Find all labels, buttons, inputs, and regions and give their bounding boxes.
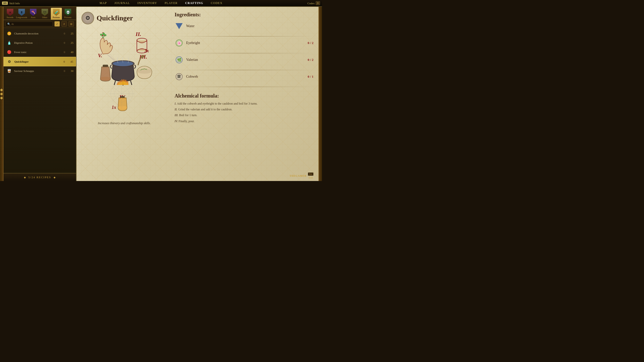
cobweb-symbol: 🕸	[176, 73, 183, 80]
top-bar-left: 185 Skill Info	[2, 2, 20, 5]
ingredients-panel: Ingredients: Water 🌸 Eyebright 0	[172, 7, 318, 181]
recipe-illustration: ⚙ Quickfinger	[76, 7, 172, 181]
nav-map[interactable]: MAP	[100, 1, 107, 5]
digestive-icon: 🧴	[6, 40, 12, 46]
axes-shield-shape: 🪓	[30, 9, 36, 16]
nav-inventory[interactable]: INVENTORY	[137, 1, 157, 5]
filter-checkmark-btn[interactable]: ✓	[54, 21, 60, 27]
svg-point-38	[137, 69, 152, 74]
right-decorative-strip	[318, 7, 322, 181]
crafting-svg: I. II. 3x V. III. IV. 1x	[84, 28, 165, 119]
chamomile-name: Chamomile decoction	[14, 32, 58, 35]
recipe-chamomile[interactable]: 🌼 Chamomile decoction 0 25	[4, 29, 76, 38]
recipe-title-icon: ⚙	[82, 12, 94, 24]
search-field[interactable]: 🔍 Az	[6, 22, 53, 26]
recipe-quickfinger[interactable]: ⚙ Quickfinger 0 45	[4, 57, 76, 66]
recipe-digestive[interactable]: 🧴 Digestive Potion 0 25	[4, 38, 76, 48]
tab-longswords[interactable]: 🗡 Longswords	[16, 8, 27, 20]
left-panel: ⚔ Swords 🗡 Longswords 🪓	[4, 7, 76, 181]
category-tabs: ⚔ Swords 🗡 Longswords 🪓	[4, 7, 76, 20]
separator-3	[175, 70, 313, 70]
main-layout: ⚔ Swords 🗡 Longswords 🪓	[0, 7, 322, 181]
formula-step-3-text: Boil for 1 turn.	[179, 113, 197, 117]
saviour-name: Saviour Schnapps	[14, 69, 58, 72]
bottom-diamond-left: ◆	[24, 176, 26, 179]
codex-shortcut-label: Codex	[307, 2, 315, 5]
svg-text:II.: II.	[135, 31, 141, 37]
ingredient-eyebright: 🌸 Eyebright 0 / 2	[175, 38, 313, 48]
valerian-count: 0 / 2	[308, 58, 313, 62]
potions-shield: 🧪	[53, 9, 60, 16]
quickfinger-name: Quickfinger	[14, 60, 58, 63]
tab-poisons[interactable]: 💀 Poisons	[62, 8, 73, 20]
axes-tab-icon: 🪓	[30, 9, 37, 16]
recipe-detail-panel: ⚙ Quickfinger	[76, 7, 318, 181]
recipe-description: Increases thievery and craftsmanship ski…	[98, 121, 151, 125]
saviour-xp: 30	[67, 69, 73, 72]
fever-icon: 🔴	[6, 49, 12, 55]
tab-other[interactable]: 🛡 Other	[39, 8, 50, 20]
nav-codex[interactable]: CODEX	[211, 1, 222, 5]
svg-line-49	[112, 86, 122, 94]
strip-ornament-bot	[0, 97, 3, 99]
other-tab-icon: 🛡	[41, 9, 48, 16]
formula-step-1-text: Add the cobweb and eyebright to the caul…	[177, 102, 257, 105]
other-shield-shape: 🛡	[42, 9, 48, 16]
svg-line-43	[122, 86, 132, 94]
swords-shield: ⚔	[7, 9, 13, 16]
svg-point-32	[100, 77, 110, 81]
formula-step-1-num: I.	[175, 102, 176, 105]
recipes-count-label: 5/24 RECIPES	[28, 176, 51, 179]
valerian-name: Valerian	[186, 58, 305, 62]
ingredient-water: Water	[175, 22, 313, 31]
potions-shield-shape: 🧪	[53, 9, 60, 16]
nav-crafting[interactable]: CRAFTING	[185, 1, 203, 5]
eyebright-icon: 🌸	[175, 38, 184, 48]
water-icon	[175, 22, 184, 31]
formula-step-4: IV. Finally, pour.	[175, 119, 313, 124]
formula-step-4-text: Finally, pour.	[179, 119, 195, 123]
formula-step-1: I. Add the cobweb and eyebright to the c…	[175, 101, 313, 106]
svg-rect-40	[120, 96, 125, 98]
bottom-bar: ◆ 5/24 RECIPES ◆	[4, 173, 76, 181]
left-decorative-strip	[0, 7, 4, 181]
top-bar: 185 Skill Info MAP JOURNAL INVENTORY PLA…	[0, 0, 322, 7]
skill-info-label: Skill Info	[9, 2, 20, 5]
nav-player[interactable]: PLAYER	[165, 1, 178, 5]
recipe-title-area: ⚙ Quickfinger	[82, 12, 167, 24]
ingredients-title: Ingredients:	[175, 12, 313, 18]
tab-axes[interactable]: 🪓 Axes	[28, 8, 39, 20]
nav-journal[interactable]: JOURNAL	[114, 1, 130, 5]
tab-potions[interactable]: 🧪 Potions	[51, 8, 62, 20]
strip-ornament-mid	[0, 93, 3, 95]
longswords-shield: 🗡	[18, 9, 25, 16]
eyebright-symbol: 🌸	[176, 39, 183, 47]
svg-point-23	[100, 34, 102, 36]
swords-tab-icon: ⚔	[7, 9, 14, 16]
recipe-title: Quickfinger	[97, 14, 133, 22]
filter-hash-btn[interactable]: #	[61, 21, 67, 27]
detail-content: ⚙ Quickfinger	[76, 7, 318, 181]
axes-label: Axes	[31, 16, 35, 19]
formula-step-2-num: II.	[175, 108, 177, 111]
other-shield: 🛡	[42, 9, 48, 16]
recipe-saviour[interactable]: 🥃 Saviour Schnapps 0 30	[4, 66, 76, 76]
cobweb-count: 0 / 1	[308, 75, 313, 79]
poisons-tab-icon: 💀	[64, 9, 71, 16]
svg-text:V.: V.	[98, 52, 102, 59]
recipe-fever[interactable]: 🔴 Fever tonic 0 40	[4, 48, 76, 57]
separator-1	[175, 36, 313, 36]
formula-title: Alchemical formula:	[175, 93, 313, 99]
filter-inventory-btn[interactable]: ⊞	[68, 21, 74, 27]
cobweb-name: Cobweb	[186, 75, 305, 79]
quickfinger-xp: 45	[67, 60, 73, 63]
fever-xp: 40	[67, 51, 73, 54]
separator-2	[175, 53, 313, 53]
formula-step-4-num: IV.	[175, 119, 178, 123]
chamomile-count: 0	[60, 32, 65, 35]
saviour-icon: 🥃	[6, 68, 12, 74]
fever-count: 0	[60, 51, 65, 54]
water-name: Water	[186, 24, 311, 28]
svg-line-37	[131, 81, 132, 85]
tab-swords[interactable]: ⚔ Swords	[5, 8, 16, 20]
